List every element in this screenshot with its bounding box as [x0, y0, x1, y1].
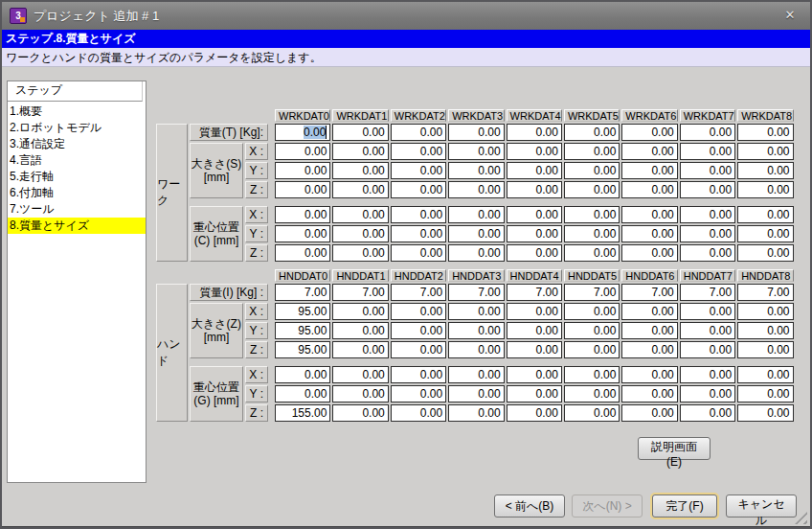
- data-cell[interactable]: 0.00: [332, 322, 388, 339]
- data-cell[interactable]: 0.00: [680, 244, 735, 262]
- data-cell[interactable]: 0.00: [332, 124, 388, 141]
- data-cell[interactable]: 7.00: [564, 284, 620, 301]
- data-cell[interactable]: 0.00: [275, 143, 330, 160]
- data-cell[interactable]: 0.00: [332, 143, 388, 160]
- data-cell[interactable]: 155.00: [275, 404, 330, 422]
- data-cell[interactable]: 0.00: [621, 244, 677, 262]
- sidebar-item-tool[interactable]: 7.ツール: [8, 201, 146, 218]
- data-cell[interactable]: 0.00: [275, 385, 330, 402]
- sidebar-item-mass-size[interactable]: 8.質量とサイズ: [8, 218, 146, 234]
- data-cell[interactable]: 0.00: [507, 162, 562, 179]
- data-cell[interactable]: 0.00: [737, 162, 793, 179]
- data-cell[interactable]: 0.00: [332, 404, 388, 422]
- data-cell[interactable]: 0.00: [507, 206, 562, 223]
- data-cell[interactable]: 0.00: [737, 366, 793, 383]
- explain-screen-button[interactable]: 説明画面(E): [638, 437, 710, 460]
- data-cell[interactable]: 0.00: [275, 181, 330, 198]
- data-cell[interactable]: 7.00: [507, 284, 562, 301]
- data-cell[interactable]: 0.00: [680, 206, 735, 223]
- data-cell[interactable]: 0.00: [448, 124, 504, 141]
- data-cell[interactable]: 0.00: [391, 124, 446, 141]
- data-cell[interactable]: 0.00: [448, 322, 504, 339]
- data-cell[interactable]: 0.00: [680, 124, 735, 141]
- data-cell[interactable]: 0.00: [621, 143, 677, 160]
- data-cell[interactable]: 0.00: [737, 206, 793, 223]
- data-cell[interactable]: 0.00: [391, 225, 446, 242]
- data-cell[interactable]: 0.00: [564, 366, 620, 383]
- data-cell[interactable]: 0.00: [391, 366, 446, 383]
- data-cell[interactable]: 0.00: [275, 162, 330, 179]
- data-cell[interactable]: 0.00: [737, 341, 793, 358]
- data-cell[interactable]: 0.00: [621, 162, 677, 179]
- data-cell[interactable]: 0.00: [680, 303, 735, 320]
- data-cell[interactable]: 0.00: [680, 404, 735, 422]
- data-cell[interactable]: 0.00: [621, 404, 677, 422]
- data-cell[interactable]: 0.00: [391, 162, 446, 179]
- data-cell[interactable]: 0.00: [621, 206, 677, 223]
- close-icon[interactable]: ✕: [782, 8, 798, 23]
- data-cell[interactable]: 0.00: [680, 366, 735, 383]
- data-cell[interactable]: 0.00: [621, 385, 677, 402]
- data-cell[interactable]: 0.00: [737, 225, 793, 242]
- data-cell[interactable]: 0.00: [448, 162, 504, 179]
- data-cell[interactable]: 0.00: [448, 181, 504, 198]
- next-button[interactable]: 次へ(N) >: [572, 494, 643, 518]
- data-cell[interactable]: 0.00: [507, 303, 562, 320]
- data-cell[interactable]: 0.00: [391, 322, 446, 339]
- data-cell[interactable]: 0.00: [391, 244, 446, 262]
- data-cell[interactable]: 0.00: [275, 124, 330, 141]
- data-cell[interactable]: 0.00: [391, 404, 446, 422]
- data-cell[interactable]: 0.00: [621, 322, 677, 339]
- data-cell[interactable]: 0.00: [391, 206, 446, 223]
- data-cell[interactable]: 0.00: [564, 244, 620, 262]
- data-cell[interactable]: 0.00: [680, 341, 735, 358]
- data-cell[interactable]: 0.00: [391, 181, 446, 198]
- data-cell[interactable]: 0.00: [507, 244, 562, 262]
- data-cell[interactable]: 0.00: [680, 162, 735, 179]
- data-cell[interactable]: 0.00: [332, 181, 388, 198]
- data-cell[interactable]: 0.00: [448, 225, 504, 242]
- data-cell[interactable]: 0.00: [564, 225, 620, 242]
- data-cell[interactable]: 0.00: [621, 341, 677, 358]
- data-cell[interactable]: 0.00: [332, 206, 388, 223]
- data-cell[interactable]: 0.00: [621, 366, 677, 383]
- data-cell[interactable]: 7.00: [448, 284, 504, 301]
- data-cell[interactable]: 0.00: [737, 385, 793, 402]
- data-cell[interactable]: 0.00: [564, 303, 620, 320]
- data-cell[interactable]: 0.00: [564, 124, 620, 141]
- data-cell[interactable]: 0.00: [448, 404, 504, 422]
- data-cell[interactable]: 0.00: [680, 225, 735, 242]
- data-cell[interactable]: 95.00: [275, 341, 330, 358]
- sidebar-item-travel-axis[interactable]: 5.走行軸: [8, 169, 146, 185]
- data-cell[interactable]: 0.00: [564, 162, 620, 179]
- data-cell[interactable]: 0.00: [507, 385, 562, 402]
- data-cell[interactable]: 0.00: [680, 385, 735, 402]
- sidebar-item-overview[interactable]: 1.概要: [8, 104, 146, 120]
- data-cell[interactable]: 0.00: [564, 404, 620, 422]
- data-cell[interactable]: 0.00: [737, 181, 793, 198]
- data-cell[interactable]: 7.00: [275, 284, 330, 301]
- data-cell[interactable]: 0.00: [507, 322, 562, 339]
- data-cell[interactable]: 0.00: [448, 366, 504, 383]
- data-cell[interactable]: 0.00: [680, 143, 735, 160]
- data-cell[interactable]: 0.00: [507, 124, 562, 141]
- data-cell[interactable]: 0.00: [332, 341, 388, 358]
- data-cell[interactable]: 0.00: [564, 206, 620, 223]
- data-cell[interactable]: 95.00: [275, 322, 330, 339]
- data-cell[interactable]: 0.00: [275, 244, 330, 262]
- data-cell[interactable]: 0.00: [448, 303, 504, 320]
- data-cell[interactable]: 7.00: [621, 284, 677, 301]
- data-cell[interactable]: 0.00: [391, 303, 446, 320]
- data-cell[interactable]: 0.00: [391, 341, 446, 358]
- data-cell[interactable]: 0.00: [275, 206, 330, 223]
- data-cell[interactable]: 0.00: [391, 143, 446, 160]
- cancel-button[interactable]: キャンセル: [726, 494, 797, 518]
- data-cell[interactable]: 7.00: [737, 284, 793, 301]
- sidebar-item-additional-axis[interactable]: 6.付加軸: [8, 185, 146, 201]
- data-cell[interactable]: 0.00: [621, 225, 677, 242]
- data-cell[interactable]: 7.00: [391, 284, 446, 301]
- data-cell[interactable]: 0.00: [680, 322, 735, 339]
- data-cell[interactable]: 0.00: [391, 385, 446, 402]
- data-cell[interactable]: 0.00: [507, 143, 562, 160]
- data-cell[interactable]: 0.00: [332, 366, 388, 383]
